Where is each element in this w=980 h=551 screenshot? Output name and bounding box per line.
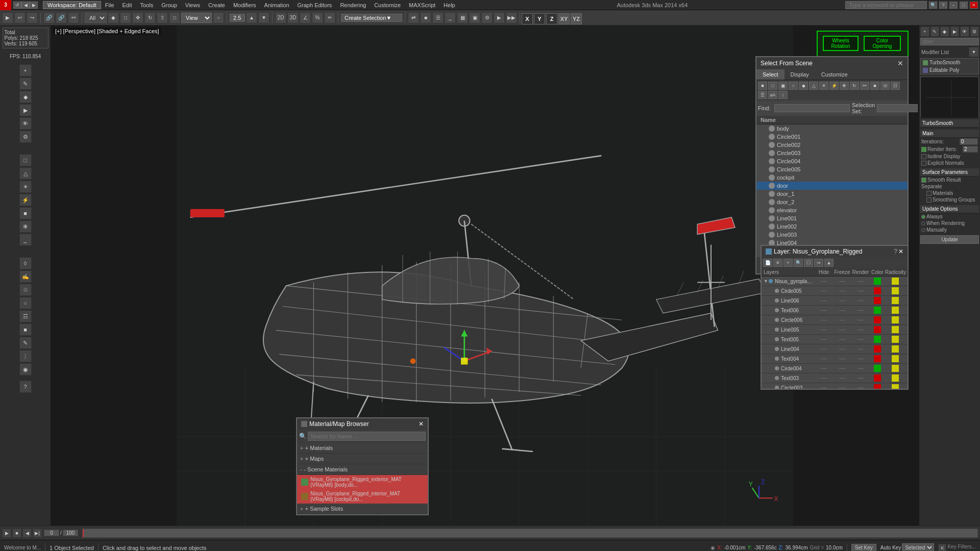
curve-btn[interactable]: ⎯ [445, 12, 456, 23]
mat-btn[interactable]: ▣ [469, 12, 480, 23]
selset-input[interactable] [877, 104, 918, 112]
select-region-btn[interactable]: □ [120, 12, 131, 23]
pivot-btn[interactable]: ○ [213, 12, 224, 23]
layer-hide-cell[interactable]: ---- [815, 385, 833, 389]
sel-hier-btn[interactable]: ☰ [758, 91, 767, 99]
utilities-tab-btn[interactable]: ⚙ [19, 131, 32, 143]
layer-item[interactable]: Text005------------ [762, 335, 908, 344]
align-btn[interactable]: ■ [420, 12, 431, 23]
display-tab-btn[interactable]: 👁 [19, 117, 32, 130]
layer-freeze-cell[interactable]: ---- [833, 366, 851, 371]
layer-hide-cell[interactable]: ---- [815, 366, 833, 371]
scene-item[interactable]: Circle002 [756, 141, 908, 149]
minimize-btn[interactable]: – [949, 2, 958, 9]
scene-item[interactable]: Line003 [756, 231, 908, 239]
snap-btn[interactable]: ♲ [19, 284, 32, 296]
modifier-list-opts[interactable]: ▼ [969, 47, 979, 57]
scene-item[interactable]: body [756, 124, 908, 133]
layer-rad-cell[interactable] [885, 384, 905, 389]
layer-render-cell[interactable]: ---- [851, 375, 870, 381]
manually-radio[interactable] [921, 228, 925, 232]
select-tab-select[interactable]: Select [756, 69, 785, 80]
editpolymod-item[interactable]: Editable Poly [921, 66, 978, 74]
num-up[interactable]: ▲ [246, 12, 257, 23]
layer-color-cell[interactable] [870, 355, 885, 362]
sch-wheels-rotation[interactable]: Wheels Rotation [823, 36, 859, 51]
iterations-value[interactable] [960, 138, 978, 145]
bind-btn[interactable]: ⚯ [68, 12, 79, 23]
scene-list[interactable]: bodyCircle001Circle002Circle003Circle004… [756, 124, 908, 257]
layer-item[interactable]: Text003------------ [762, 373, 908, 383]
tl-total-frames[interactable] [63, 530, 78, 536]
layer-color-cell[interactable] [870, 345, 885, 353]
menu-create[interactable]: Create [204, 1, 229, 9]
layer-color-cell[interactable] [870, 278, 885, 285]
layer-item[interactable]: ▼Nisus_gyroplane_control[------------ [762, 277, 908, 286]
autokey-select[interactable]: Selected [902, 543, 934, 551]
layer-item[interactable]: Circle003------------ [762, 383, 908, 389]
menu-help[interactable]: Help [439, 1, 459, 9]
mat-browser-close[interactable]: ✕ [419, 420, 424, 428]
timeline-bar[interactable] [82, 529, 978, 538]
sel-helper-btn[interactable]: ✥ [840, 82, 849, 90]
layer-color-cell[interactable] [870, 297, 885, 304]
layer-rad-cell[interactable] [885, 297, 905, 304]
layer-search-btn[interactable]: 🔍 [794, 259, 803, 267]
snap2d-btn[interactable]: 2D [275, 12, 286, 23]
snap-pct-btn[interactable]: % [312, 12, 323, 23]
layer-render-cell[interactable]: ---- [851, 298, 870, 303]
sel-none-btn[interactable]: □ [768, 82, 777, 90]
sel-geo-btn[interactable]: ◆ [799, 82, 808, 90]
menu-rendering[interactable]: Rendering [336, 1, 370, 9]
redo-btn[interactable]: ↪ [27, 12, 38, 23]
render-iters-value[interactable] [963, 146, 978, 153]
help-btn[interactable]: ? [939, 2, 947, 9]
layer-render-cell[interactable]: ---- [851, 385, 870, 389]
set-key-btn[interactable]: Set Key [851, 544, 876, 551]
sel-sort-btn[interactable]: ↕ [778, 91, 788, 99]
layer-item[interactable]: Cirde005------------ [762, 286, 908, 296]
helpers-btn[interactable]: ■ [19, 207, 32, 219]
sel-list-btn[interactable]: ☷ [891, 82, 900, 90]
layer-merge-btn[interactable]: ⇒ [814, 259, 823, 267]
systems-btn[interactable]: ⎯ [19, 234, 32, 246]
layer-rad-cell[interactable] [885, 307, 905, 314]
mat-item[interactable]: Nisus_Gyroplane_Rigged_interior_MAT (VRa… [297, 489, 428, 504]
layer-rad-cell[interactable] [885, 278, 905, 285]
sel-cam-btn[interactable]: ⚡ [829, 82, 839, 90]
layer-freeze-btn[interactable]: ☐ [804, 259, 813, 267]
layer-render-cell[interactable]: ---- [851, 356, 870, 361]
snap3d-btn[interactable]: 3D [287, 12, 299, 23]
layer-rad-cell[interactable] [885, 287, 905, 294]
paint-btn[interactable]: ✍ [19, 270, 32, 283]
layer-rad-cell[interactable] [885, 316, 905, 323]
layer-freeze-cell[interactable]: ---- [833, 279, 851, 284]
mat-maps-header[interactable]: + + Maps [297, 454, 428, 464]
sch-color-opening[interactable]: Color Opening [864, 36, 901, 51]
sel-by-color-btn[interactable]: ○ [789, 82, 798, 90]
undo-btn[interactable]: ↩ [14, 12, 26, 23]
sel-freeze-btn[interactable]: ☏ [880, 82, 890, 90]
layer-freeze-cell[interactable]: ---- [833, 375, 851, 381]
back-btn[interactable]: ◀ [21, 2, 30, 9]
scene-item[interactable]: Circle005 [756, 165, 908, 173]
layer-color-cell[interactable] [870, 287, 885, 294]
mat-search-input[interactable] [308, 432, 426, 441]
layer-render-cell[interactable]: ---- [851, 317, 870, 322]
layer-rad-cell[interactable] [885, 355, 905, 362]
sel-warp-btn[interactable]: ↻ [850, 82, 859, 90]
tl-current-frame[interactable] [44, 530, 59, 536]
layer-freeze-cell[interactable]: ---- [833, 317, 851, 322]
ref-coord-btn[interactable]: □ [169, 12, 180, 23]
layer-item[interactable]: Line005------------ [762, 325, 908, 335]
layer-freeze-cell[interactable]: ---- [833, 385, 851, 389]
layer-item[interactable]: Text006------------ [762, 306, 908, 315]
axis-yz-btn[interactable]: YZ [571, 13, 582, 24]
link-btn[interactable]: 🔗 [43, 12, 55, 23]
scene-item[interactable]: Line001 [756, 214, 908, 222]
tl-next-btn[interactable]: ▶| [33, 529, 42, 538]
rp-display-btn[interactable]: 👁 [960, 27, 969, 37]
sel-all-btn[interactable]: ■ [758, 82, 767, 90]
layer-freeze-cell[interactable]: ---- [833, 346, 851, 352]
search-btn[interactable]: 🔍 [929, 2, 937, 9]
